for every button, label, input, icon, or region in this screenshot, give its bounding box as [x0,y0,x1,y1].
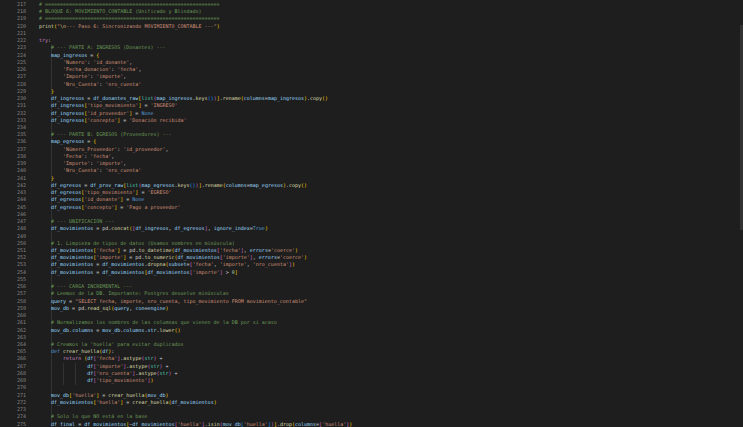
line-number: 265 [0,348,26,355]
code-token: 'importe' [96,254,123,260]
code-line[interactable]: 273 [0,406,743,413]
line-number: 271 [0,392,26,399]
code-line[interactable]: 238 'Fecha': 'fecha', [0,153,743,160]
code-line[interactable]: 275 df_final = df_movimientos[~df_movimi… [0,421,743,427]
code-text: # --- CARGA INCREMENTAL --- [26,283,132,290]
code-token: read_sql [87,305,111,311]
code-line[interactable]: 240 'Nro_Cuenta': 'nro_cuenta' [0,167,743,174]
code-line[interactable]: 247 # --- UNIFICACIÓN --- [0,218,743,225]
code-line[interactable]: 244 df_egresos['id_donante'] = None [0,196,743,203]
code-line[interactable]: 231 df_ingresos['tipo_movimiento'] = 'IN… [0,102,743,109]
code-line[interactable]: 265 def crear_huella(df): [0,348,743,355]
code-line[interactable]: 251 df_movimientos['fecha'] = pd.to_date… [0,247,743,254]
code-line[interactable]: 221 [0,30,743,37]
code-token: # Normalizamos los nombres de las column… [51,319,277,325]
code-line[interactable]: 253 df_movimientos = df_movimientos.drop… [0,261,743,268]
code-line[interactable]: 228 'Nro_Cuenta': 'nro_cuenta' [0,81,743,88]
code-line[interactable]: 261 # Normalizamos los nombres de las co… [0,319,743,326]
code-token: : [111,348,114,354]
code-line[interactable]: 249 [0,233,743,240]
code-line[interactable]: 224 map_ingresos = { [0,52,743,59]
code-token: mov_db [51,392,69,398]
code-line[interactable]: 257 # Leemos de la DB. Importante: Postg… [0,290,743,297]
code-token: 'Nro_Cuenta' [63,81,99,87]
code-token: 'EGRESO' [147,189,171,195]
code-line[interactable]: 227 'Importe': 'importe', [0,73,743,80]
code-line[interactable]: 223 # --- PARTE A: INGRESOS (Donantes) -… [0,44,743,51]
code-line[interactable]: 226 'Fecha_donacion': 'fecha', [0,66,743,73]
code-token: dropna [147,261,165,267]
code-token: , [111,153,114,159]
code-line[interactable]: 271 mov_db['huella'] = crear_huella(mov_… [0,392,743,399]
code-line[interactable]: 250 # 1. Limpieza de tipos de datos (Usa… [0,240,743,247]
code-line[interactable]: 267 df['importe'].astype(str) + [0,363,743,370]
code-line[interactable]: 260 [0,312,743,319]
code-line[interactable]: 241 } [0,175,743,182]
code-line[interactable]: 218# BLOQUE 6: MOVIMIENTO_CONTABLE (Unif… [0,8,743,15]
code-line[interactable]: 233 df_ingresos['concepto'] = 'Donación … [0,117,743,124]
code-line[interactable]: 243 df_egresos['tipo_movimiento'] = 'EGR… [0,189,743,196]
code-line[interactable]: 225 'Numero': 'id_donante', [0,59,743,66]
code-line[interactable]: 235 # --- PARTE B: EGRESOS (Proveedores)… [0,131,743,138]
line-number: 254 [0,269,26,276]
code-text: print("\n--- Paso 6: Sincronizando MOVIM… [26,23,220,30]
code-line[interactable]: 222try: [0,37,743,44]
code-line[interactable]: 246 [0,211,743,218]
code-line[interactable]: 236 map_egresos = { [0,138,743,145]
code-line[interactable]: 259 mov_db = pd.read_sql(query, con=engi… [0,305,743,312]
code-line[interactable]: 252 df_movimientos['importe'] = pd.to_nu… [0,254,743,261]
code-line[interactable]: 264 # Creamos la 'huella' para evitar du… [0,341,743,348]
code-line[interactable]: 268 df['nro_cuenta'].astype(str) + [0,370,743,377]
bracket-token: { [96,52,99,58]
code-line[interactable]: 254 df_movimientos = df_movimientos[df_m… [0,269,743,276]
code-token: df_egresos [175,225,205,231]
line-number: 272 [0,399,26,406]
code-line[interactable]: 248 df_movimientos = pd.concat([df_ingre… [0,225,743,232]
code-text [26,334,39,341]
code-token: df_movimientos [51,254,93,260]
code-token [39,283,51,289]
line-number: 256 [0,283,26,290]
code-text: # --- PARTE B: EGRESOS (Proveedores) --- [26,131,171,138]
code-line[interactable]: 220print("\n--- Paso 6: Sincronizando MO… [0,23,743,30]
code-line[interactable]: 270 [0,384,743,391]
code-text [26,312,39,319]
code-line[interactable]: 256 # --- CARGA INCREMENTAL --- [0,283,743,290]
code-token: df_movimientos [172,399,214,405]
code-line[interactable]: 262 mov_db.columns = mov_db.columns.str.… [0,327,743,334]
code-line[interactable]: 266 return (df['fecha'].astype(str) + [0,355,743,362]
code-line[interactable]: 219# ===================================… [0,15,743,22]
bracket-token: ) [217,23,220,29]
code-token: crear_huella [108,392,144,398]
code-line[interactable]: 269 df['tipo_movimiento']) [0,377,743,384]
code-token [39,290,51,296]
code-line[interactable]: 258 query = "SELECT fecha, importe, nro_… [0,298,743,305]
code-token [39,240,51,246]
code-token: "SELECT fecha, importe, nro_cuenta, tipo… [75,298,307,304]
code-token: 'nro_cuenta' [253,261,289,267]
code-line[interactable]: 229 } [0,88,743,95]
scrollbar[interactable] [739,0,743,427]
line-number: 243 [0,189,26,196]
code-line[interactable]: 242 df_egresos = df_prov_raw[list(map_eg… [0,182,743,189]
code-token: # --- UNIFICACIÓN --- [51,218,114,224]
line-number: 227 [0,73,26,80]
code-line[interactable]: 245 df_egresos['concepto'] = 'Pago a pro… [0,204,743,211]
code-line[interactable]: 274 # Solo lo que NO está en la base [0,413,743,420]
code-token [39,413,51,419]
code-line[interactable]: 237 'Número_Proveedor': 'id_proveedor', [0,146,743,153]
code-line[interactable]: 255 [0,276,743,283]
code-token: = [120,247,129,253]
line-number: 262 [0,327,26,334]
code-token: df_ingresos [135,225,168,231]
code-line[interactable]: 230 df_ingresos = df_donantes_raw[list(m… [0,95,743,102]
code-line[interactable]: 234 [0,124,743,131]
code-line[interactable]: 217# ===================================… [0,1,743,8]
code-line[interactable]: 272 df_movimientos['huella'] = crear_hue… [0,399,743,406]
code-editor[interactable]: 217# ===================================… [0,0,743,427]
line-number: 268 [0,370,26,377]
code-line[interactable]: 263 [0,334,743,341]
code-line[interactable]: 232 df_ingresos['id_proveedor'] = None [0,110,743,117]
code-line[interactable]: 239 'Importe': 'importe', [0,160,743,167]
code-token: # 1. Limpieza de tipos de datos (Usamos … [51,240,235,246]
